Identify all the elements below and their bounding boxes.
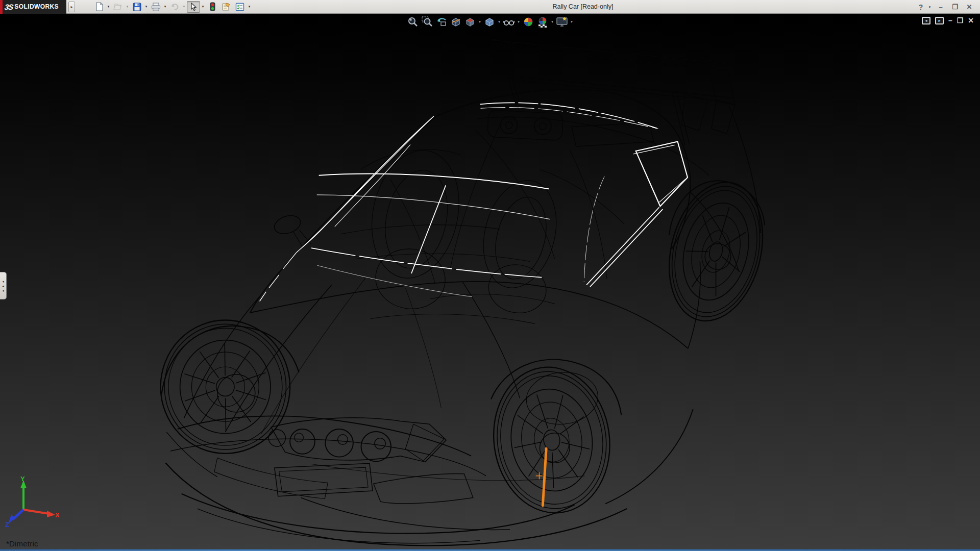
print-dropdown-caret[interactable]: ▾ [163,5,167,9]
view-settings-button[interactable] [555,16,569,28]
edit-appearance-button[interactable] [522,16,535,28]
panel-arrow-icon: ◂ [2,280,4,283]
previous-view-icon [436,16,447,28]
triad-y-label: Y [20,475,25,483]
new-dropdown-caret[interactable]: ▾ [106,5,111,9]
section-cube-icon [450,16,461,28]
scene-sphere-icon [536,16,549,28]
magnifier-area-icon [422,16,433,28]
file-properties-dropdown-caret[interactable]: ▾ [247,5,252,9]
triad-z-label: Z [5,521,9,529]
doc-minimize-button[interactable]: – [948,16,952,24]
hide-show-items-caret[interactable]: ▾ [517,20,521,24]
options-button[interactable] [219,1,233,13]
save-dropdown-caret[interactable]: ▾ [144,5,149,9]
document-window-controls: ◂ ▸ – ❐ ✕ [922,16,974,24]
orientation-triad[interactable]: Y X Z [4,475,60,529]
panel-arrow-icon: ◂ [2,289,4,292]
collapse-pane-left-button[interactable]: ◂ [922,17,930,24]
rebuild-button[interactable] [206,1,219,13]
front-right-wheel [484,360,619,520]
printer-icon [151,3,161,11]
select-dropdown-caret[interactable]: ▾ [201,5,205,9]
display-style-button[interactable] [483,16,496,28]
menu-flyout-button[interactable]: ▸ [68,2,75,12]
main-toolbar: ▾ ▾ ▾ [92,1,252,13]
restore-button[interactable]: ❐ [949,3,961,11]
help-button[interactable]: ? [917,3,924,11]
display-style-caret[interactable]: ▾ [497,20,501,24]
new-document-button[interactable] [92,1,106,13]
view-cube-icon [464,16,476,28]
expand-pane-right-button[interactable]: ▸ [935,17,944,24]
undo-arrow-icon [170,3,180,11]
viewport-canvas[interactable] [0,14,980,549]
highlighted-edges [260,103,688,301]
hide-show-items-button[interactable] [502,16,516,28]
color-sphere-icon [523,16,534,28]
doc-restore-button[interactable]: ❐ [957,16,964,24]
doc-close-button[interactable]: ✕ [968,16,974,24]
undo-button[interactable] [168,1,181,13]
titlebar: 3S SOLIDWORKS ▸ ▾ ▾ [0,0,980,14]
taskbar-edge [0,549,980,551]
section-view-button[interactable] [449,16,462,28]
close-button[interactable]: ✕ [964,3,975,11]
print-button[interactable] [149,1,162,13]
select-button[interactable] [187,1,200,13]
zoom-to-area-button[interactable] [421,16,434,28]
zoom-to-fit-button[interactable] [406,16,420,28]
rear-right-wheel [655,172,776,331]
open-dropdown-caret[interactable]: ▾ [125,5,130,9]
panel-arrow-icon: ◂ [2,284,4,288]
floppy-disk-icon [133,3,141,11]
view-orientation-button[interactable] [463,16,477,28]
open-folder-icon [113,3,123,11]
traffic-light-icon [210,2,215,11]
solidworks-window: 3S SOLIDWORKS ▸ ▾ ▾ [0,0,980,551]
logo-wordmark: SOLIDWORKS [14,3,59,10]
graphics-viewport[interactable]: ▾ ▾ ▾ [0,14,980,549]
view-settings-caret[interactable]: ▾ [570,20,574,24]
options-notepad-icon [222,3,231,11]
monitor-icon [556,16,568,28]
apply-scene-button[interactable] [536,16,549,28]
undo-dropdown-caret[interactable]: ▾ [182,5,186,9]
eyeglasses-icon [503,16,515,28]
window-title: Rally Car [Read-only] [516,3,650,10]
new-page-icon [95,2,104,11]
previous-view-button[interactable] [435,16,448,28]
solidworks-logo: 3S SOLIDWORKS [0,0,66,14]
cursor-arrow-icon [190,3,197,11]
logo-3s-glyph: 3S [4,3,14,11]
window-controls: ? ▾ – ❐ ✕ [917,0,975,14]
open-button[interactable] [111,1,125,13]
apply-scene-caret[interactable]: ▾ [550,20,554,24]
help-dropdown-caret[interactable]: ▾ [927,5,932,9]
minimize-button[interactable]: – [935,3,946,11]
featuremanager-collapsed-tab[interactable]: ◂ ◂ ◂ [0,272,7,299]
triad-x-label: X [55,511,60,519]
file-properties-button[interactable] [233,1,247,13]
save-button[interactable] [130,1,143,13]
heads-up-view-toolbar: ▾ ▾ ▾ [0,15,980,29]
checklist-icon [235,3,244,11]
front-left-wheel [161,320,290,454]
display-style-cube-icon [484,16,495,28]
view-orientation-label: *Dimetric [6,539,38,548]
view-orientation-caret[interactable]: ▾ [478,20,482,24]
magnifier-icon [407,16,419,28]
